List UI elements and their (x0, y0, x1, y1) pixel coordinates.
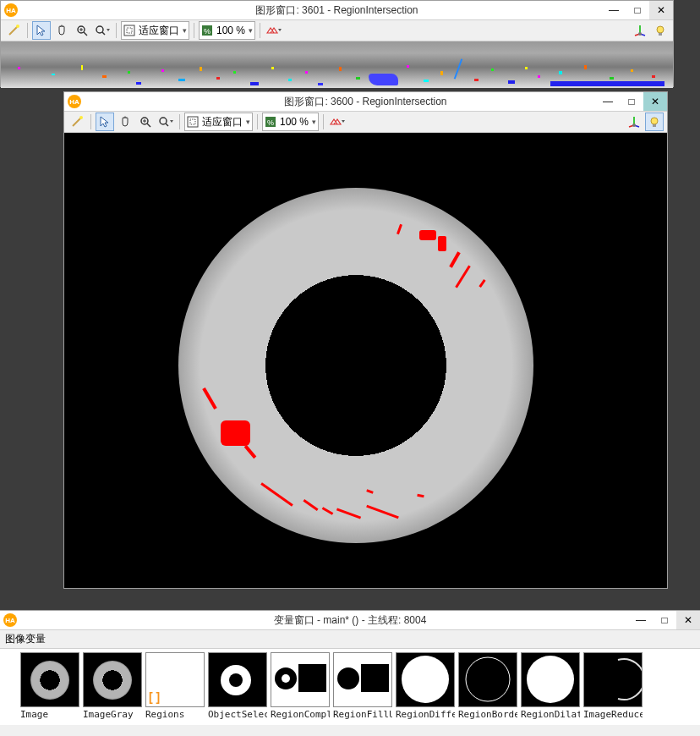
window-title: 变量窗口 - main* () - 主线程: 8004 (0, 613, 700, 628)
svg-line-0 (9, 26, 18, 35)
titlebar-3601[interactable]: HA 图形窗口: 3601 - RegionIntersection — □ ✕ (1, 1, 673, 20)
var-item-objectselected[interactable]: ObjectSelec (208, 652, 267, 720)
close-button[interactable]: ✕ (649, 1, 673, 19)
axes-3d-icon[interactable] (631, 21, 649, 40)
svg-text:%: % (204, 27, 211, 36)
zoom-combo[interactable]: % 100 % ▾ (199, 21, 255, 40)
toolbar-3601: 适应窗口 ▾ % 100 % ▾ (1, 20, 673, 41)
separator (323, 114, 324, 129)
svg-point-45 (402, 656, 449, 703)
svg-line-21 (147, 124, 150, 127)
separator (116, 23, 117, 38)
maximize-button[interactable]: □ (653, 611, 676, 629)
image-variables-label: 图像变量 (0, 630, 700, 648)
halcon-logo-icon: HA (4, 3, 18, 17)
svg-point-24 (160, 118, 167, 124)
svg-point-15 (638, 32, 642, 36)
pointer-icon[interactable] (96, 113, 114, 131)
svg-rect-9 (127, 28, 132, 33)
percent-icon: % (265, 116, 276, 128)
var-item-regionborder[interactable]: RegionBorde (458, 652, 517, 720)
svg-rect-17 (659, 33, 662, 36)
svg-rect-27 (190, 119, 195, 124)
image-variables-row: Image ImageGray [ ] Regions ObjectSelec … (0, 648, 700, 725)
toolbar-3600: 适应窗口 ▾ % 100 % ▾ (64, 112, 667, 133)
zoom-in-icon[interactable] (73, 21, 91, 40)
zoom-value: 100 % (280, 116, 309, 128)
zoom-dropdown-icon[interactable] (156, 113, 175, 131)
minimize-button[interactable]: — (602, 1, 626, 19)
var-item-image[interactable]: Image (20, 652, 79, 720)
close-button[interactable]: ✕ (676, 611, 700, 629)
pan-hand-icon[interactable] (116, 113, 134, 131)
maximize-button[interactable]: □ (620, 92, 643, 111)
titlebar-varwin[interactable]: HA 变量窗口 - main* () - 主线程: 8004 — □ ✕ (0, 611, 700, 630)
separator (90, 114, 91, 129)
svg-line-3 (84, 32, 87, 36)
fit-extents-icon (187, 116, 199, 128)
svg-point-47 (527, 656, 574, 703)
fit-window-combo[interactable]: 适应窗口 ▾ (121, 21, 189, 40)
axes-3d-icon[interactable] (625, 113, 643, 131)
maximize-button[interactable]: □ (626, 1, 649, 19)
separator (194, 23, 194, 38)
titlebar-3600[interactable]: HA 图形窗口: 3600 - RegionIntersection — □ ✕ (64, 92, 667, 112)
chevron-down-icon: ▾ (183, 26, 187, 35)
bulb-icon[interactable] (651, 21, 670, 40)
var-item-regiondifference[interactable]: RegionDiffe (396, 652, 455, 720)
bulb-icon[interactable] (645, 113, 664, 131)
window-title: 图形窗口: 3601 - RegionIntersection (1, 3, 673, 18)
graphics-window-3601: HA 图形窗口: 3601 - RegionIntersection — □ ✕… (0, 0, 674, 87)
minimize-button[interactable]: — (596, 92, 620, 111)
var-item-imagegray[interactable]: ImageGray (83, 652, 142, 720)
chevron-down-icon: ▾ (246, 118, 250, 126)
graphics-window-3600: HA 图形窗口: 3600 - RegionIntersection — □ ✕… (63, 91, 668, 589)
clear-overlay-icon[interactable] (265, 21, 283, 40)
svg-rect-35 (653, 124, 656, 127)
fit-window-label: 适应窗口 (139, 24, 179, 38)
halcon-logo-icon: HA (3, 613, 17, 627)
clear-overlay-icon[interactable] (328, 113, 347, 131)
svg-point-43 (337, 667, 359, 689)
svg-point-1 (16, 25, 19, 28)
svg-point-40 (282, 674, 290, 683)
svg-point-46 (466, 657, 510, 701)
minimize-button[interactable]: — (629, 611, 653, 629)
chevron-down-icon: ▾ (249, 26, 253, 35)
separator (260, 23, 260, 38)
pointer-icon[interactable] (32, 21, 51, 40)
image-canvas-3601[interactable] (1, 41, 673, 88)
zoom-combo[interactable]: % 100 % ▾ (262, 113, 319, 131)
zoom-value: 100 % (216, 25, 245, 36)
var-item-regiondilation[interactable]: RegionDilat (521, 652, 580, 720)
var-item-regionfillup[interactable]: RegionFillU (333, 652, 392, 720)
wand-icon[interactable] (68, 113, 86, 131)
zoom-in-icon[interactable] (136, 113, 155, 131)
svg-point-6 (96, 26, 103, 33)
var-item-regioncomplement[interactable]: RegionCompl (271, 652, 330, 720)
fit-extents-icon (123, 25, 135, 36)
svg-line-25 (166, 124, 168, 126)
svg-rect-8 (124, 25, 134, 36)
svg-line-18 (73, 118, 81, 126)
separator (27, 23, 28, 38)
ring-image (178, 188, 533, 543)
zoom-dropdown-icon[interactable] (93, 21, 112, 40)
variable-window: HA 变量窗口 - main* () - 主线程: 8004 — □ ✕ 图像变… (0, 610, 700, 736)
fit-window-label: 适应窗口 (202, 115, 243, 129)
chevron-down-icon: ▾ (312, 118, 316, 126)
pan-hand-icon[interactable] (52, 21, 71, 40)
halcon-logo-icon: HA (68, 95, 81, 108)
image-canvas-3600[interactable] (64, 133, 667, 588)
window-title: 图形窗口: 3600 - RegionIntersection (64, 95, 667, 109)
svg-line-7 (102, 32, 105, 35)
var-item-imagereduced[interactable]: ImageReduce (583, 652, 643, 720)
close-button[interactable]: ✕ (643, 92, 667, 111)
fit-window-combo[interactable]: 适应窗口 ▾ (184, 113, 253, 131)
separator (257, 114, 258, 129)
var-item-regions[interactable]: [ ] Regions (145, 652, 205, 720)
svg-point-33 (632, 124, 636, 127)
wand-icon[interactable] (4, 21, 23, 40)
svg-point-34 (651, 118, 658, 124)
svg-rect-44 (361, 664, 389, 692)
